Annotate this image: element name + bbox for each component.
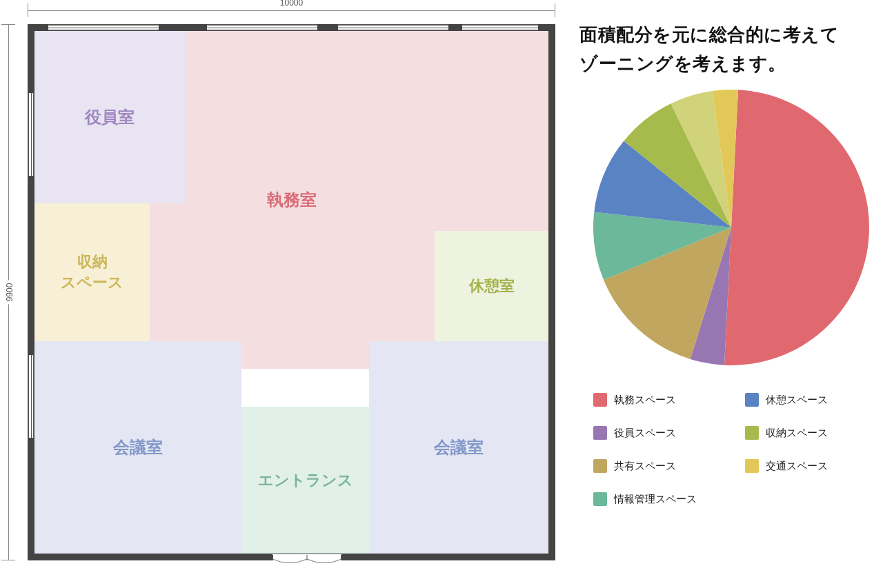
window-top-3 xyxy=(338,24,448,31)
chart-panel: 面積配分を元に総合的に考えて ゾーニングを考えます。 執務スペース 休憩スペース… xyxy=(566,0,883,588)
window-left-1 xyxy=(28,93,34,176)
title-line-1: 面積配分を元に総合的に考えて xyxy=(579,24,839,45)
legend-label: 執務スペース xyxy=(614,394,676,407)
legend-label: 役員スペース xyxy=(614,427,676,440)
legend-item-exec: 執務スペース xyxy=(593,393,717,407)
pie-chart xyxy=(593,90,869,365)
legend-swatch xyxy=(593,492,607,506)
dimension-left: 9900 xyxy=(1,24,15,560)
door-opening xyxy=(272,554,341,564)
chart-legend: 執務スペース 休憩スペース 役員スペース 収納スペース 共有スペース xyxy=(593,393,869,525)
dimension-top: 10000 xyxy=(28,3,555,17)
legend-label: 情報管理スペース xyxy=(614,493,697,506)
dimension-width-label: 10000 xyxy=(277,0,306,8)
legend-item-share: 共有スペース xyxy=(593,459,717,473)
legend-item-info: 情報管理スペース xyxy=(593,492,717,506)
legend-swatch xyxy=(593,426,607,440)
legend-item-rest: 休憩スペース xyxy=(745,393,869,407)
legend-label: 休憩スペース xyxy=(766,394,828,407)
pie-slice xyxy=(724,90,869,365)
legend-swatch xyxy=(593,459,607,473)
legend-item-yaku: 役員スペース xyxy=(593,426,717,440)
legend-swatch xyxy=(745,459,759,473)
legend-swatch xyxy=(593,393,607,407)
window-top-2 xyxy=(207,24,317,31)
legend-item-store: 収納スペース xyxy=(745,426,869,440)
floor-plan: 執務室 役員室 収納 スペース 休憩室 会議室 会議室 エントランス xyxy=(28,24,555,560)
legend-label: 収納スペース xyxy=(766,427,828,440)
dimension-height-label: 9900 xyxy=(5,281,14,305)
legend-swatch xyxy=(745,426,759,440)
legend-item-traffic: 交通スペース xyxy=(745,459,869,473)
panel-title: 面積配分を元に総合的に考えて ゾーニングを考えます。 xyxy=(579,21,883,78)
window-top-1 xyxy=(48,24,159,31)
legend-label: 交通スペース xyxy=(766,460,828,473)
floor-plan-panel: 10000 9900 執務室 役員室 収納 スペース 休憩室 会議室 会議室 エ… xyxy=(0,0,566,588)
window-top-4 xyxy=(462,24,538,31)
wall-outline xyxy=(28,24,555,560)
legend-swatch xyxy=(745,393,759,407)
legend-label: 共有スペース xyxy=(614,460,676,473)
title-line-2: ゾーニングを考えます。 xyxy=(579,53,786,74)
window-left-2 xyxy=(28,355,34,438)
